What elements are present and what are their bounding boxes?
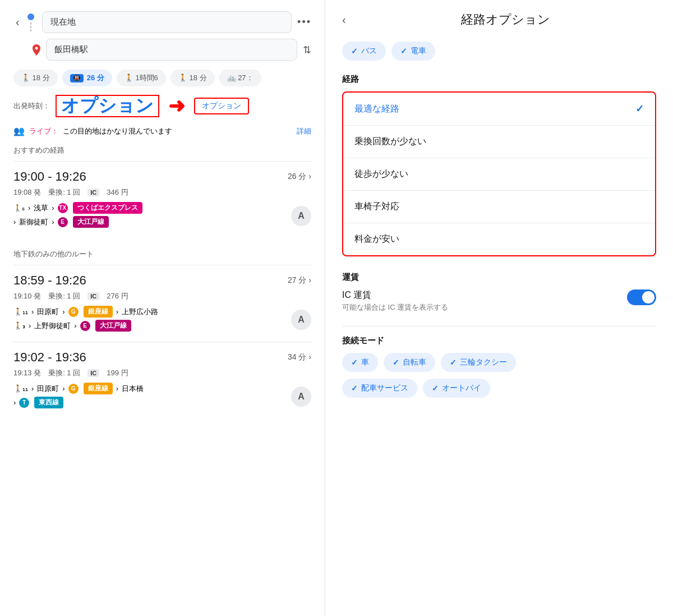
- transport-tabs: 🚶 18 分 🚇 26 分 🚶 1時間6 🚶‍ 18 分 🚲 27：: [13, 70, 311, 86]
- ic-badge-2: IC: [87, 292, 99, 300]
- ic-fare-sub: 可能な場合は IC 運賃を表示する: [342, 302, 448, 312]
- motorcycle-chip-label: オートバイ: [442, 383, 481, 393]
- ic-fare-label: IC 運賃: [342, 289, 448, 301]
- route-option-cheap[interactable]: 料金が安い: [343, 223, 655, 255]
- shin-okachimachi: 新御徒町: [19, 217, 48, 227]
- origin-dot-icon: [27, 13, 34, 20]
- walk-icon-1: 🚶₈: [13, 204, 25, 212]
- right-header: ‹ 経路オプション: [342, 11, 656, 28]
- right-back-button[interactable]: ‹: [342, 13, 346, 26]
- route2-stops-line1: 🚶₁₁ › 田原町 › G 銀座線 › 上野広小路: [13, 306, 158, 318]
- walk3-tab-label: 🚶‍ 18 分: [178, 73, 207, 83]
- back-button[interactable]: ‹: [13, 13, 22, 31]
- bus-chip[interactable]: ✓ バス: [342, 42, 386, 61]
- bike-tab-label: 🚲 27：: [227, 73, 253, 83]
- recommend-label: おすすめの経路: [13, 145, 311, 155]
- ic-badge-1: IC: [87, 189, 99, 196]
- bike-tab[interactable]: 🚲 27：: [219, 70, 261, 86]
- bicycle-chip-label: 自転車: [403, 357, 426, 367]
- route2-duration: 27 分 ›: [288, 275, 311, 286]
- option-button[interactable]: オプション: [194, 98, 249, 114]
- ueno-okachimachi: 上野御徒町: [34, 321, 71, 331]
- walk3-tab[interactable]: 🚶‍ 18 分: [170, 70, 215, 86]
- walk-icon-3: 🚶₃: [13, 321, 25, 330]
- ueno-stop: 上野広小路: [122, 307, 158, 317]
- route2-sub: 19:10 発 乗換: 1 回 IC 276 円: [13, 291, 311, 301]
- route-card-1[interactable]: 19:00 - 19:26 26 分 › 19:08 発 乗換: 1 回 IC …: [13, 161, 311, 238]
- people-icon: 👥: [13, 126, 25, 136]
- route1-sub: 19:08 発 乗換: 1 回 IC 346 円: [13, 187, 311, 197]
- walk-icon-2: 🚶₁₁: [13, 307, 28, 316]
- avatar-3: A: [291, 387, 311, 407]
- ginza-badge-1: 銀座線: [84, 306, 113, 318]
- g-letter-icon-2: G: [68, 384, 79, 394]
- motorcycle-check-icon: ✓: [432, 384, 439, 393]
- avatar-1: A: [291, 206, 311, 226]
- route-option-walk[interactable]: 徒歩が少ない: [343, 158, 655, 191]
- more-button[interactable]: •••: [297, 16, 311, 28]
- origin-input[interactable]: [42, 11, 292, 33]
- route1-stops-line2: › 新御徒町 › E 大江戸線: [13, 216, 142, 228]
- train-tab-label: 26 分: [87, 73, 104, 83]
- walk2-tab[interactable]: 🚶 1時間6: [117, 70, 166, 86]
- pin-icon: [33, 44, 40, 56]
- train-tab[interactable]: 🚇 26 分: [62, 70, 112, 86]
- tuk-tuk-chip-label: 三輪タクシー: [460, 357, 507, 367]
- route3-duration: 34 分 ›: [288, 352, 311, 362]
- route1-time: 19:00 - 19:26: [13, 169, 86, 184]
- fare-section: 運賃 IC 運賃 可能な場合は IC 運賃を表示する: [342, 272, 656, 312]
- departure-label: 出発時刻：: [13, 101, 50, 111]
- car-chip[interactable]: ✓ 車: [342, 353, 378, 372]
- bus-check-icon: ✓: [351, 47, 358, 56]
- ic-fare-info: IC 運賃 可能な場合は IC 運賃を表示する: [342, 289, 448, 312]
- route-card-3[interactable]: 19:02 - 19:36 34 分 › 19:13 発 乗換: 1 回 IC …: [13, 342, 311, 419]
- route3-time: 19:02 - 19:36: [13, 350, 86, 365]
- route-options-box: 最適な経路 ✓ 乗換回数が少ない 徒歩が少ない 車椅子対応 料金が安い: [342, 91, 656, 256]
- detail-link[interactable]: 詳細: [297, 126, 311, 136]
- motorcycle-chip[interactable]: ✓ オートバイ: [423, 379, 490, 398]
- route-option-walk-label: 徒歩が少ない: [354, 168, 408, 180]
- arrow-right-1: ›: [28, 204, 30, 212]
- tuk-tuk-check-icon: ✓: [450, 358, 457, 367]
- route3-sub: 19:13 発 乗換: 1 回 IC 199 円: [13, 368, 311, 378]
- route-option-wheelchair[interactable]: 車椅子対応: [343, 191, 655, 223]
- g-letter-icon: G: [68, 307, 79, 317]
- route-option-best[interactable]: 最適な経路 ✓: [343, 93, 655, 126]
- route3-stops-line2: › T 東西線: [13, 397, 144, 408]
- tawaramachi-stop: 田原町: [37, 307, 59, 317]
- walk-tab[interactable]: 🚶 18 分: [13, 70, 58, 86]
- tawaramachi-stop2: 田原町: [37, 384, 59, 394]
- ic-toggle[interactable]: [627, 289, 656, 305]
- tuk-tuk-chip[interactable]: ✓ 三輪タクシー: [441, 353, 516, 372]
- walk-tab-label: 🚶 18 分: [21, 73, 50, 83]
- option-main[interactable]: オプション: [56, 95, 159, 117]
- search-section: ‹ ••• ⇅: [13, 11, 311, 61]
- t-letter-icon: T: [19, 398, 29, 408]
- route3-stops-line1: 🚶₁₁ › 田原町 › G 銀座線 › 日本橋: [13, 383, 144, 394]
- bicycle-check-icon: ✓: [393, 358, 399, 367]
- fare-row: IC 運賃 可能な場合は IC 運賃を表示する: [342, 289, 656, 312]
- right-title: 経路オプション: [355, 11, 656, 28]
- swap-button[interactable]: ⇅: [303, 44, 311, 56]
- rideshare-chip[interactable]: ✓ 配車サービス: [342, 379, 417, 398]
- origin-row: ‹ •••: [13, 11, 311, 33]
- walk-icon-4: 🚶₁₁: [13, 384, 28, 393]
- left-panel: ‹ ••• ⇅ 🚶 18 分 🚇: [0, 0, 325, 616]
- arrow-right-2: ›: [52, 204, 54, 212]
- e-letter-icon-1: E: [58, 217, 68, 227]
- destination-input[interactable]: [46, 39, 297, 61]
- train-chip[interactable]: ✓ 電車: [391, 42, 435, 61]
- route-option-best-label: 最適な経路: [354, 103, 399, 115]
- rideshare-chip-label: 配車サービス: [361, 383, 408, 393]
- route-option-transfers[interactable]: 乗換回数が少ない: [343, 126, 655, 158]
- route-card-2[interactable]: 18:59 - 19:26 27 分 › 19:10 発 乗換: 1 回 IC …: [13, 265, 311, 342]
- route-section-heading: 経路: [342, 74, 656, 85]
- route-option-transfers-label: 乗換回数が少ない: [354, 136, 426, 148]
- tx-letter-icon: TX: [58, 203, 68, 213]
- mode-chips: ✓ バス ✓ 電車: [342, 42, 656, 61]
- walk2-tab-label: 🚶 1時間6: [125, 73, 158, 83]
- fare-section-heading: 運賃: [342, 272, 656, 283]
- car-check-icon: ✓: [351, 358, 358, 367]
- bicycle-chip[interactable]: ✓ 自転車: [384, 353, 435, 372]
- avatar-2: A: [291, 310, 311, 330]
